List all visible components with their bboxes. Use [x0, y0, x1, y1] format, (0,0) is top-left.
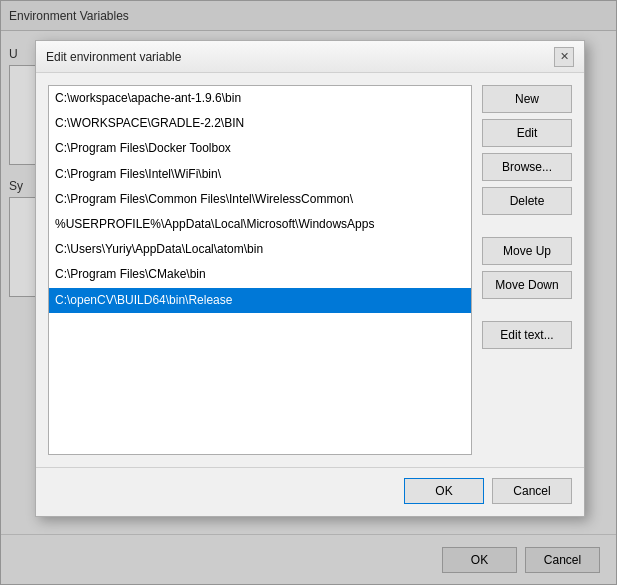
- move-down-button[interactable]: Move Down: [482, 271, 572, 299]
- edit-env-dialog: Edit environment variable ✕ C:\workspace…: [35, 40, 585, 517]
- button-spacer-2: [482, 305, 572, 315]
- list-item[interactable]: %USERPROFILE%\AppData\Local\Microsoft\Wi…: [49, 212, 471, 237]
- list-item[interactable]: C:\Users\Yuriy\AppData\Local\atom\bin: [49, 237, 471, 262]
- dialog-body: C:\workspace\apache-ant-1.9.6\binC:\WORK…: [36, 73, 584, 467]
- list-item[interactable]: C:\Program Files\Common Files\Intel\Wire…: [49, 187, 471, 212]
- browse-button[interactable]: Browse...: [482, 153, 572, 181]
- env-var-list[interactable]: C:\workspace\apache-ant-1.9.6\binC:\WORK…: [48, 85, 472, 455]
- edit-text-button[interactable]: Edit text...: [482, 321, 572, 349]
- button-spacer-1: [482, 221, 572, 231]
- edit-button[interactable]: Edit: [482, 119, 572, 147]
- dialog-ok-button[interactable]: OK: [404, 478, 484, 504]
- new-button[interactable]: New: [482, 85, 572, 113]
- dialog-footer: OK Cancel: [36, 467, 584, 516]
- dialog-cancel-button[interactable]: Cancel: [492, 478, 572, 504]
- action-button-panel: New Edit Browse... Delete Move Up Move D…: [482, 85, 572, 455]
- list-item[interactable]: C:\Program Files\CMake\bin: [49, 262, 471, 287]
- list-item[interactable]: C:\Program Files\Docker Toolbox: [49, 136, 471, 161]
- dialog-close-button[interactable]: ✕: [554, 47, 574, 67]
- list-item[interactable]: C:\workspace\apache-ant-1.9.6\bin: [49, 86, 471, 111]
- list-item[interactable]: C:\Program Files\Intel\WiFi\bin\: [49, 162, 471, 187]
- dialog-title-text: Edit environment variable: [46, 50, 554, 64]
- move-up-button[interactable]: Move Up: [482, 237, 572, 265]
- delete-button[interactable]: Delete: [482, 187, 572, 215]
- dialog-title-bar: Edit environment variable ✕: [36, 41, 584, 73]
- list-item[interactable]: C:\openCV\BUILD64\bin\Release: [49, 288, 471, 313]
- list-item[interactable]: C:\WORKSPACE\GRADLE-2.2\BIN: [49, 111, 471, 136]
